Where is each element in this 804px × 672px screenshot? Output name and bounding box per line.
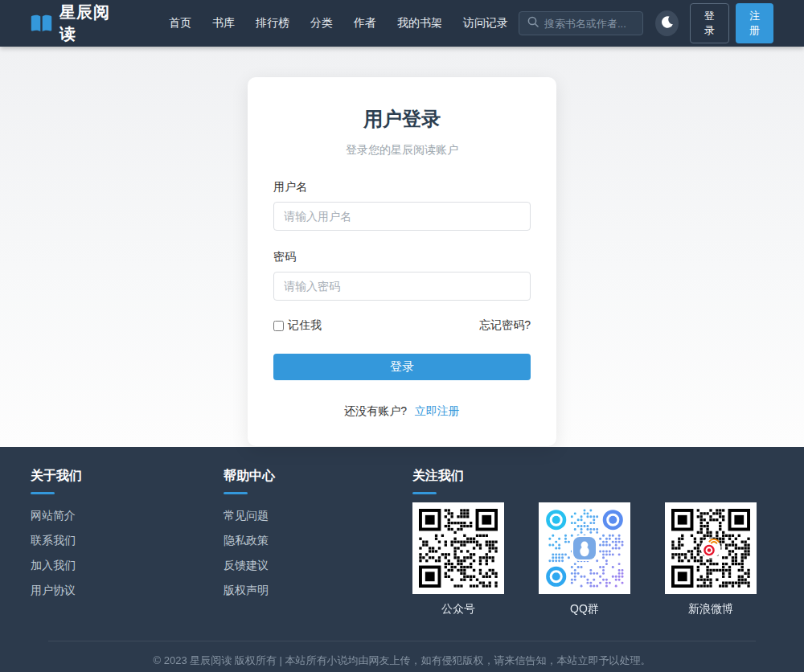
footer-link-copyright-notice[interactable]: 版权声明 bbox=[224, 584, 412, 598]
footer-about-column: 关于我们 网站简介 联系我们 加入我们 用户协议 bbox=[31, 468, 224, 617]
footer-columns: 关于我们 网站简介 联系我们 加入我们 用户协议 帮助中心 常见问题 隐私政策 … bbox=[0, 447, 804, 617]
nav-item-history[interactable]: 访问记录 bbox=[453, 11, 519, 35]
moon-crescent-icon bbox=[660, 15, 674, 31]
qq-qr-code bbox=[539, 502, 630, 594]
main-nav: 首页 书库 排行榜 分类 作者 我的书架 访问记录 bbox=[158, 11, 519, 35]
password-label: 密码 bbox=[273, 250, 531, 264]
footer-follow-title: 关注我们 bbox=[412, 468, 773, 485]
theme-toggle-button[interactable] bbox=[655, 10, 678, 36]
footer-link-join-us[interactable]: 加入我们 bbox=[31, 559, 224, 573]
register-now-link[interactable]: 立即注册 bbox=[415, 404, 460, 417]
accent-underline bbox=[224, 492, 248, 494]
navbar-right-group: 登录 注册 bbox=[519, 3, 773, 43]
footer-link-contact-us[interactable]: 联系我们 bbox=[31, 534, 224, 548]
weibo-qr-code bbox=[665, 502, 757, 594]
footer-link-faq[interactable]: 常见问题 bbox=[224, 509, 412, 523]
search-icon bbox=[527, 16, 539, 31]
footer-link-user-agreement[interactable]: 用户协议 bbox=[31, 584, 224, 598]
submit-login-button[interactable]: 登录 bbox=[273, 354, 531, 380]
page-title: 用户登录 bbox=[273, 106, 531, 132]
username-label: 用户名 bbox=[273, 180, 531, 195]
register-button-top[interactable]: 注册 bbox=[736, 3, 773, 43]
no-account-text: 还没有账户? bbox=[344, 404, 407, 417]
qr-code-row: 公众号 QQ群 新浪微博 bbox=[412, 502, 773, 617]
footer-link-site-intro[interactable]: 网站简介 bbox=[31, 509, 224, 523]
nav-item-library[interactable]: 书库 bbox=[202, 11, 245, 35]
nav-item-home[interactable]: 首页 bbox=[158, 11, 202, 35]
search-input[interactable] bbox=[544, 18, 634, 30]
nav-item-category[interactable]: 分类 bbox=[300, 11, 343, 35]
qr-label-qq: QQ群 bbox=[570, 602, 599, 617]
forgot-password-link[interactable]: 忘记密码? bbox=[479, 318, 531, 333]
footer-link-privacy-policy[interactable]: 隐私政策 bbox=[224, 534, 412, 548]
accent-underline bbox=[31, 492, 55, 494]
brand-name: 星辰阅读 bbox=[59, 2, 118, 45]
footer-follow-column: 关注我们 公众号 QQ群 新浪微博 bbox=[412, 468, 773, 617]
footer-help-title: 帮助中心 bbox=[224, 468, 412, 485]
form-options-row: 记住我 忘记密码? bbox=[273, 318, 531, 333]
search-box bbox=[519, 11, 643, 35]
nav-item-bookshelf[interactable]: 我的书架 bbox=[387, 11, 453, 35]
accent-underline bbox=[412, 492, 437, 494]
copyright-text: © 2023 星辰阅读 版权所有 | 本站所有小说均由网友上传，如有侵犯版权，请… bbox=[0, 641, 804, 668]
remember-me-text: 记住我 bbox=[288, 318, 322, 333]
username-field[interactable] bbox=[273, 202, 531, 231]
remember-me-checkbox[interactable] bbox=[273, 321, 284, 331]
nav-item-ranking[interactable]: 排行榜 bbox=[245, 11, 300, 35]
qr-item-qq: QQ群 bbox=[539, 502, 630, 617]
username-group: 用户名 bbox=[273, 180, 531, 231]
qr-label-weibo: 新浪微博 bbox=[688, 602, 733, 617]
login-subtitle: 登录您的星辰阅读账户 bbox=[273, 143, 531, 158]
password-group: 密码 bbox=[273, 250, 531, 301]
open-book-icon bbox=[31, 14, 52, 33]
top-navbar: 星辰阅读 首页 书库 排行榜 分类 作者 我的书架 访问记录 bbox=[0, 0, 804, 47]
nav-item-author[interactable]: 作者 bbox=[343, 11, 387, 35]
register-prompt: 还没有账户? 立即注册 bbox=[273, 404, 531, 419]
page-footer: 关于我们 网站简介 联系我们 加入我们 用户协议 帮助中心 常见问题 隐私政策 … bbox=[0, 447, 804, 672]
qr-item-wechat: 公众号 bbox=[412, 502, 504, 617]
brand-logo[interactable]: 星辰阅读 bbox=[31, 2, 118, 45]
footer-link-feedback[interactable]: 反馈建议 bbox=[224, 559, 412, 573]
remember-me-checkbox-label[interactable]: 记住我 bbox=[273, 318, 322, 333]
footer-about-title: 关于我们 bbox=[31, 468, 224, 485]
qr-label-wechat: 公众号 bbox=[441, 602, 475, 617]
wechat-qr-code bbox=[412, 502, 504, 594]
password-field[interactable] bbox=[273, 272, 531, 301]
footer-help-column: 帮助中心 常见问题 隐私政策 反馈建议 版权声明 bbox=[224, 468, 412, 617]
main-content: 用户登录 登录您的星辰阅读账户 用户名 密码 记住我 忘记密码? 登录 还没有账… bbox=[0, 47, 804, 447]
login-card: 用户登录 登录您的星辰阅读账户 用户名 密码 记住我 忘记密码? 登录 还没有账… bbox=[248, 77, 556, 446]
login-button-top[interactable]: 登录 bbox=[690, 3, 729, 43]
qr-item-weibo: 新浪微博 bbox=[665, 502, 757, 617]
